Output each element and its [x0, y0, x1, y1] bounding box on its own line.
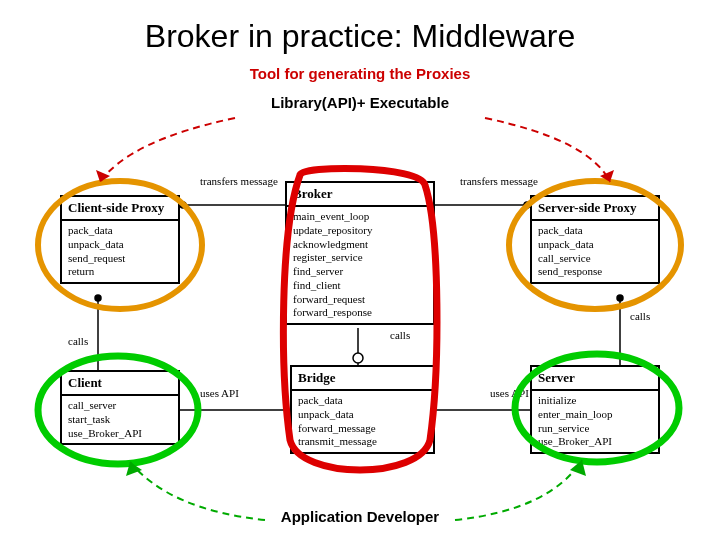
method: initialize	[538, 394, 652, 408]
page-title: Broker in practice: Middleware	[0, 0, 720, 61]
box-client-proxy: Client-side Proxy pack_data unpack_data …	[60, 195, 180, 284]
method: register_service	[293, 251, 427, 265]
method: find_server	[293, 265, 427, 279]
method: forward_request	[293, 293, 427, 307]
method: send_request	[68, 252, 172, 266]
box-server-proxy: Server-side Proxy pack_data unpack_data …	[530, 195, 660, 284]
method: send_response	[538, 265, 652, 279]
box-body: main_event_loop update_repository acknow…	[287, 207, 433, 323]
box-body: call_server start_task use_Broker_API	[62, 396, 178, 443]
edge-label: calls	[390, 329, 410, 341]
method: acknowledgment	[293, 238, 427, 252]
box-title: Server	[532, 367, 658, 391]
method: call_service	[538, 252, 652, 266]
method: find_client	[293, 279, 427, 293]
method: return	[68, 265, 172, 279]
box-title: Broker	[287, 183, 433, 207]
method: enter_main_loop	[538, 408, 652, 422]
method: main_event_loop	[293, 210, 427, 224]
annotation-developer: Application Developer	[274, 505, 446, 528]
method: run_service	[538, 422, 652, 436]
box-body: pack_data unpack_data send_request retur…	[62, 221, 178, 282]
method: pack_data	[538, 224, 652, 238]
method: transmit_message	[298, 435, 427, 449]
method: pack_data	[298, 394, 427, 408]
method: use_Broker_API	[68, 427, 172, 441]
box-title: Server-side Proxy	[532, 197, 658, 221]
method: forward_message	[298, 422, 427, 436]
method: unpack_data	[538, 238, 652, 252]
box-body: pack_data unpack_data forward_message tr…	[292, 391, 433, 452]
edge-label: uses API	[490, 387, 530, 399]
method: pack_data	[68, 224, 172, 238]
edge-label: calls	[630, 310, 650, 322]
box-title: Client-side Proxy	[62, 197, 178, 221]
edge-label: transfers message	[460, 175, 538, 187]
method: use_Broker_API	[538, 435, 652, 449]
method: call_server	[68, 399, 172, 413]
box-server: Server initialize enter_main_loop run_se…	[530, 365, 660, 454]
box-bridge: Bridge pack_data unpack_data forward_mes…	[290, 365, 435, 454]
box-title: Client	[62, 372, 178, 396]
box-body: pack_data unpack_data call_service send_…	[532, 221, 658, 282]
edge-label: calls	[68, 335, 88, 347]
annotation-library: Library(API)+ Executable	[0, 94, 720, 111]
method: unpack_data	[298, 408, 427, 422]
diagram-area: Client-side Proxy pack_data unpack_data …	[60, 175, 660, 495]
box-title: Bridge	[292, 367, 433, 391]
edge-label: uses API	[200, 387, 240, 399]
method: unpack_data	[68, 238, 172, 252]
box-client: Client call_server start_task use_Broker…	[60, 370, 180, 445]
box-broker: Broker main_event_loop update_repository…	[285, 181, 435, 325]
box-body: initialize enter_main_loop run_service u…	[532, 391, 658, 452]
edge-label: transfers message	[200, 175, 278, 187]
method: forward_response	[293, 306, 427, 320]
method: update_repository	[293, 224, 427, 238]
method: start_task	[68, 413, 172, 427]
annotation-tool: Tool for generating the Proxies	[0, 65, 720, 82]
